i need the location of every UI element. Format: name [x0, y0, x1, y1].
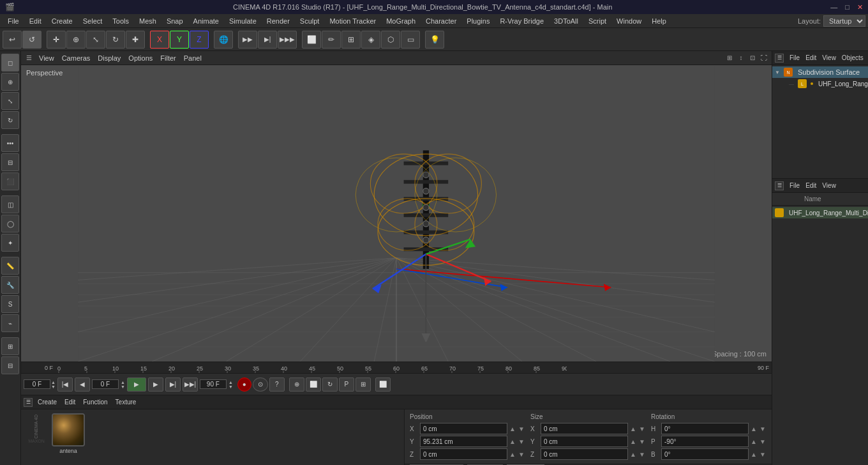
- obj-menu-objects[interactable]: Objects: [839, 54, 866, 61]
- menu-3dtoall[interactable]: 3DToAll: [549, 16, 583, 26]
- render-region-button[interactable]: ▶▶: [238, 31, 257, 49]
- light-button[interactable]: 💡: [425, 31, 444, 49]
- rot-b-input[interactable]: [661, 448, 749, 460]
- z-axis-button[interactable]: Z: [190, 31, 209, 49]
- sidebtn-scale[interactable]: ⤡: [1, 92, 19, 110]
- move-tool-button[interactable]: ⊕: [66, 31, 86, 49]
- attr-menu-file[interactable]: File: [787, 182, 802, 189]
- transform-tool-button[interactable]: ✚: [126, 31, 145, 49]
- obj-menu-file[interactable]: File: [787, 54, 802, 61]
- size-y-arrow-up[interactable]: ▲: [629, 438, 637, 445]
- maximize-button[interactable]: □: [845, 3, 849, 11]
- vp-icon-maximize[interactable]: ⛶: [759, 53, 769, 63]
- prev-key-button[interactable]: |◀: [57, 377, 73, 392]
- sidebtn-ik[interactable]: ⌁: [1, 314, 19, 332]
- pos-z-arrow-down[interactable]: ▼: [518, 451, 525, 458]
- record-button[interactable]: ●: [237, 377, 251, 392]
- start-frame-input[interactable]: [92, 379, 119, 389]
- sidebtn-snap[interactable]: 🔧: [1, 276, 19, 294]
- sidebtn-polygons[interactable]: ⬛: [1, 172, 19, 190]
- menu-help[interactable]: Help: [647, 16, 671, 26]
- sidebtn-edges[interactable]: ⊟: [1, 153, 19, 171]
- mat-menu-function[interactable]: Function: [80, 399, 110, 406]
- rot-p-arrow-down[interactable]: ▼: [759, 438, 767, 445]
- x-axis-button[interactable]: X: [150, 31, 169, 49]
- viewport-menu-icon[interactable]: ☰: [24, 53, 34, 63]
- menu-animate[interactable]: Animate: [188, 16, 224, 26]
- menu-create[interactable]: Create: [47, 16, 78, 26]
- sidebtn-grid[interactable]: ⊞: [1, 337, 19, 355]
- attr-uhf-row[interactable]: UHF_Long_Range_Multi_Directional_Bowtie_…: [772, 207, 868, 218]
- menu-mesh[interactable]: Mesh: [134, 16, 161, 26]
- menu-render[interactable]: Render: [262, 16, 295, 26]
- rot-p-arrow-up[interactable]: ▲: [750, 438, 758, 445]
- pos-y-arrow-up[interactable]: ▲: [509, 438, 516, 445]
- prev-frame-button[interactable]: ◀: [75, 377, 90, 392]
- undo-button[interactable]: ↩: [3, 31, 22, 49]
- menu-vray[interactable]: R-Vray Bridge: [495, 16, 549, 26]
- pos-z-arrow-up[interactable]: ▲: [509, 451, 516, 458]
- size-y-input[interactable]: [541, 436, 628, 447]
- obj-menu-view[interactable]: View: [819, 54, 839, 61]
- world-coord-button[interactable]: 🌐: [214, 31, 233, 49]
- select-tool-button[interactable]: ✛: [47, 31, 66, 49]
- rotate-tool-button[interactable]: ↻: [106, 31, 125, 49]
- menu-file[interactable]: File: [3, 16, 24, 26]
- menu-snap[interactable]: Snap: [161, 16, 188, 26]
- mat-menu-texture[interactable]: Texture: [113, 399, 139, 406]
- render-all-button[interactable]: ▶▶▶: [278, 31, 297, 49]
- rotate-key-button[interactable]: ↻: [322, 377, 338, 392]
- vp-icon-2[interactable]: ↕: [736, 53, 746, 63]
- size-z-arrow-down[interactable]: ▼: [638, 451, 646, 458]
- vp-menu-cameras[interactable]: Cameras: [59, 54, 93, 62]
- pen-button[interactable]: ✏: [322, 31, 341, 49]
- menu-edit[interactable]: Edit: [24, 16, 47, 26]
- obj-menu-edit[interactable]: Edit: [803, 54, 819, 61]
- last-frame-button[interactable]: ▶▶|: [183, 377, 198, 392]
- rot-b-arrow-down[interactable]: ▼: [759, 451, 767, 458]
- redo-button[interactable]: ↺: [22, 31, 41, 49]
- pos-y-arrow-down[interactable]: ▼: [518, 438, 525, 445]
- close-button[interactable]: ✕: [857, 3, 863, 11]
- attr-menu-edit[interactable]: Edit: [803, 182, 819, 189]
- move-key-button[interactable]: ⊕: [289, 377, 304, 392]
- menu-select[interactable]: Select: [78, 16, 108, 26]
- size-x-arrow-down[interactable]: ▼: [638, 425, 646, 432]
- menu-plugins[interactable]: Plugins: [461, 16, 495, 26]
- pos-z-input[interactable]: [420, 448, 507, 460]
- y-axis-button[interactable]: Y: [170, 31, 189, 49]
- minimize-button[interactable]: —: [830, 3, 837, 11]
- size-x-arrow-up[interactable]: ▲: [629, 425, 637, 432]
- menu-sculpt[interactable]: Sculpt: [295, 16, 325, 26]
- sidebtn-light2[interactable]: ✦: [1, 234, 19, 252]
- mat-menu-edit[interactable]: Edit: [62, 399, 78, 406]
- render-active-button[interactable]: ▶|: [258, 31, 277, 49]
- vp-menu-options[interactable]: Options: [126, 54, 155, 62]
- subdivision-surface-row[interactable]: ▼ N Subdivision Surface: [772, 66, 868, 78]
- menu-simulate[interactable]: Simulate: [224, 16, 262, 26]
- cube-button[interactable]: ⬜: [302, 31, 321, 49]
- size-x-input[interactable]: [541, 423, 628, 434]
- viewport-canvas[interactable]: Perspective Grid Spacing : 100 cm: [21, 65, 772, 362]
- pos-x-arrow-up[interactable]: ▲: [509, 425, 516, 432]
- sidebtn-ruler[interactable]: 📏: [1, 257, 19, 275]
- timeline-ruler[interactable]: 0 5 10 15 20 25 30 35 40 45 50 55 60 65: [21, 362, 772, 373]
- sidebtn-select[interactable]: ◻: [1, 54, 19, 72]
- deformer-button[interactable]: ◈: [361, 31, 380, 49]
- sidebtn-sphere[interactable]: ◯: [1, 215, 19, 232]
- multi-key-button[interactable]: ⊞: [355, 377, 371, 392]
- rot-h-arrow-down[interactable]: ▼: [759, 425, 767, 432]
- rot-p-input[interactable]: [661, 436, 749, 447]
- rot-h-input[interactable]: [661, 423, 749, 434]
- menu-character[interactable]: Character: [421, 16, 461, 26]
- menu-tools[interactable]: Tools: [107, 16, 134, 26]
- scale-key-button[interactable]: ⬜: [306, 377, 321, 392]
- vp-icon-1[interactable]: ⊞: [724, 53, 735, 63]
- next-frame-button[interactable]: ▶: [148, 377, 163, 392]
- layout-dropdown[interactable]: Startup: [823, 15, 865, 27]
- mat-menu-create[interactable]: Create: [35, 399, 59, 406]
- key-help-button[interactable]: ?: [269, 377, 285, 392]
- menu-script[interactable]: Script: [583, 16, 611, 26]
- end-frame-input[interactable]: [200, 379, 227, 389]
- sidebtn-floor[interactable]: ⊟: [1, 356, 19, 374]
